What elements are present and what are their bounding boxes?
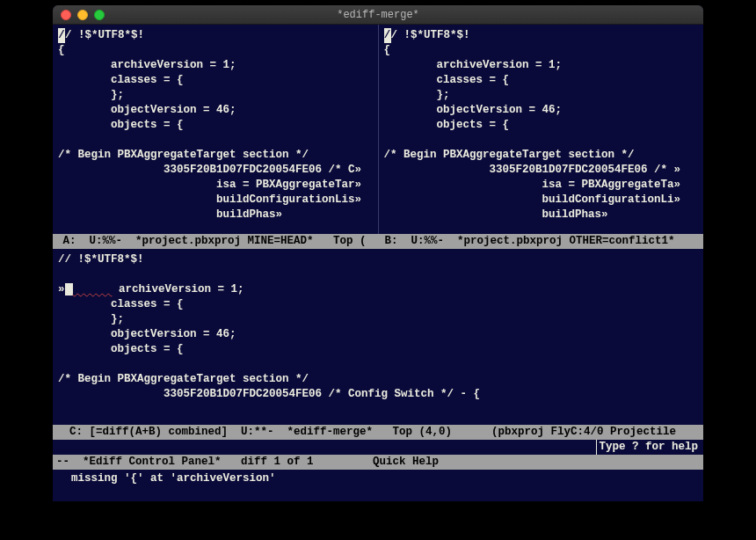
pane-a-line: objectVersion = 46; — [58, 104, 236, 116]
pane-b-line: classes = { — [384, 74, 510, 86]
minibuffer[interactable]: missing '{' at 'archiveVersion' — [53, 470, 703, 487]
pane-a-line: / !$*UTF8*$! — [65, 29, 144, 41]
pane-a-line: /* Begin PBXAggregateTarget section */ — [58, 149, 309, 161]
pane-c-line: }; — [58, 313, 124, 325]
emacs-window: *ediff-merge* // !$*UTF8*$! { archiveVer… — [53, 5, 703, 501]
modeline-c: C: [=diff(A+B) combined] U:**- *ediff-me… — [53, 425, 703, 440]
pane-a-line: { — [58, 44, 65, 56]
pane-c-line: /* Begin PBXAggregateTarget section */ — [58, 373, 309, 385]
minimize-icon[interactable] — [77, 10, 88, 20]
modeline-b: B: U:%%- *project.pbxproj OTHER=conflict… — [378, 234, 700, 249]
pane-c-code[interactable]: // !$*UTF8*$! »...... archiveVersion = 1… — [53, 249, 703, 402]
pane-b-code[interactable]: // !$*UTF8*$! { archiveVersion = 1; clas… — [379, 25, 704, 223]
pane-b-line: objectVersion = 46; — [384, 104, 563, 116]
pane-b-line: 3305F20B1D07FDC20054FE06 /* » — [384, 164, 681, 176]
pane-c[interactable]: // !$*UTF8*$! »...... archiveVersion = 1… — [53, 249, 703, 425]
pane-a-line: 3305F20B1D07FDC20054FE06 /* C» — [58, 164, 361, 176]
pane-b-line: buildConfigurationLi» — [384, 193, 681, 206]
cursor-a: / — [58, 28, 65, 43]
pane-a[interactable]: // !$*UTF8*$! { archiveVersion = 1; clas… — [53, 25, 379, 234]
ediff-control-modeline: -- *Ediff Control Panel* diff 1 of 1 Qui… — [53, 455, 703, 470]
pane-b-line: /* Begin PBXAggregateTarget section */ — [384, 149, 635, 161]
pane-c-line: archiveVersion = 1; — [113, 283, 244, 296]
pane-b-line: archiveVersion = 1; — [384, 59, 563, 71]
pane-b-line: buildPhas» — [384, 208, 608, 221]
pane-a-line: archiveVersion = 1; — [58, 59, 236, 71]
diff-marker-icon: » — [58, 283, 65, 296]
pane-a-line: buildPhas» — [58, 208, 282, 221]
pane-b-line: { — [384, 44, 391, 56]
pane-a-line: buildConfigurationLis» — [58, 193, 361, 206]
pane-b-line: isa = PBXAggregateTa» — [384, 179, 681, 191]
pane-b[interactable]: // !$*UTF8*$! { archiveVersion = 1; clas… — [379, 25, 704, 234]
close-icon[interactable] — [61, 10, 71, 20]
help-hint-row: Type ? for help — [53, 440, 703, 455]
zoom-icon[interactable] — [94, 10, 105, 20]
pane-c-line: objects = { — [58, 343, 184, 355]
pane-a-code[interactable]: // !$*UTF8*$! { archiveVersion = 1; clas… — [53, 25, 378, 223]
pane-a-line: }; — [58, 89, 124, 101]
diff-cursor — [65, 283, 73, 296]
help-hint: Type ? for help — [596, 440, 698, 455]
pane-c-line: // !$*UTF8*$! — [58, 253, 144, 266]
modeline-a: A: U:%%- *project.pbxproj MINE=HEAD* Top… — [56, 234, 378, 249]
pane-b-line: objects = { — [384, 119, 510, 131]
pane-c-line: classes = { — [58, 298, 184, 310]
window-title: *ediff-merge* — [53, 9, 703, 21]
pane-c-line: 3305F20B1D07FDC20054FE06 /* Config Switc… — [58, 388, 480, 400]
pane-b-line: / !$*UTF8*$! — [391, 29, 470, 41]
top-panes: // !$*UTF8*$! { archiveVersion = 1; clas… — [53, 25, 703, 234]
cursor-b: / — [384, 28, 391, 43]
titlebar[interactable]: *ediff-merge* — [53, 5, 703, 25]
pane-a-line: classes = { — [58, 74, 184, 86]
pane-a-line: isa = PBXAggregateTar» — [58, 179, 361, 191]
modeline-ab: A: U:%%- *project.pbxproj MINE=HEAD* Top… — [53, 234, 703, 249]
editor-area: // !$*UTF8*$! { archiveVersion = 1; clas… — [53, 25, 703, 501]
pane-a-line: objects = { — [58, 119, 184, 131]
pane-c-line: objectVersion = 46; — [58, 328, 236, 340]
traffic-lights — [53, 10, 105, 20]
pane-b-line: }; — [384, 89, 450, 101]
